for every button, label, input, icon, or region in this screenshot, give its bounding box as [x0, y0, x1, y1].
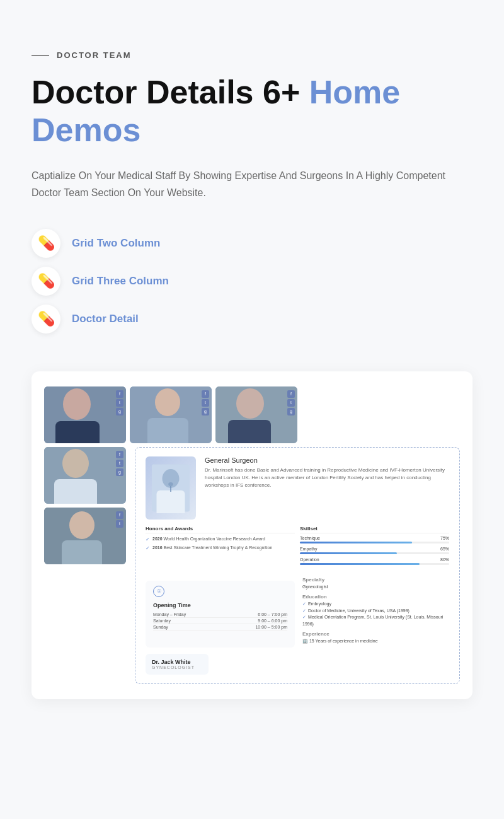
grid-two-icon: 💊 [32, 229, 60, 258]
doctor-name: Dr. Jack White [152, 659, 202, 665]
grid-three-label: Grid Three Column [72, 275, 169, 288]
title-black: Doctor Details 6+ [32, 74, 300, 110]
main-title: Doctor Details 6+ Home Demos [32, 74, 472, 149]
opening-title: Opening Time [153, 602, 287, 608]
doctor-bio: Dr. Marinsoft has done Basic and Advance… [205, 467, 449, 489]
bottom-row: ① Opening Time Monday – Friday 6:00 – 7:… [146, 574, 449, 648]
education-value: ✓Embryology ✓Doctor of Medicine, Univers… [302, 601, 447, 627]
preview-box: ftg ftg ftg [32, 371, 472, 699]
feature-doctor-detail[interactable]: 💊 Doctor Detail [32, 305, 472, 334]
svg-rect-14 [62, 540, 102, 564]
svg-point-18 [168, 482, 173, 486]
detail-card: General Surgeon Dr. Marinsoft has done B… [135, 447, 460, 684]
svg-rect-2 [55, 421, 100, 443]
honors-section: Honors and Awards ✓ 2020 World Health Or… [146, 526, 295, 568]
svg-point-1 [63, 388, 91, 420]
skill-technique: Technique 75% [300, 536, 449, 543]
education-block: Education ✓Embryology ✓Doctor of Medicin… [302, 594, 447, 627]
doctor-thumb-3: ftg [215, 386, 297, 443]
feature-grid-three[interactable]: 💊 Grid Three Column [32, 267, 472, 296]
thumb-4-social: ftg [116, 451, 123, 476]
education-label: Education [302, 594, 447, 600]
specialty-value: Gynecologist [302, 584, 447, 591]
doctor-thumb-5: ft [44, 508, 126, 564]
svg-rect-11 [54, 479, 97, 504]
opening-row-3: Sunday 10:00 – 5:00 pm [153, 624, 287, 630]
doctor-thumb-2: ftg [130, 386, 212, 443]
svg-point-10 [62, 449, 89, 478]
skillset-title: Skillset [300, 526, 449, 533]
award-2-text: 2016 Best Skincare Treatment Winning Tro… [152, 545, 272, 551]
description-text: Captialize On Your Medical Staff By Show… [32, 167, 447, 201]
grid-three-icon: 💊 [32, 267, 60, 296]
award-1-text: 2020 World Health Organization Vaccine R… [152, 536, 265, 542]
svg-point-7 [236, 388, 264, 419]
skill-operation: Operation 80% [300, 557, 449, 565]
section-label: DOCTOR TEAM [32, 50, 472, 60]
doctor-photo [146, 456, 196, 520]
svg-rect-5 [147, 418, 188, 443]
opening-row-1: Monday – Friday 6:00 – 7:00 pm [153, 612, 287, 618]
thumb-3-social: ftg [287, 390, 295, 415]
svg-point-13 [69, 511, 94, 539]
honors-title: Honors and Awards [146, 526, 295, 533]
feature-grid-two[interactable]: 💊 Grid Two Column [32, 229, 472, 258]
opening-badge: ① [153, 586, 164, 597]
svg-rect-17 [157, 491, 185, 513]
award-1: ✓ 2020 World Health Organization Vaccine… [146, 536, 295, 542]
doctor-grid-top: ftg ftg ftg [44, 386, 460, 443]
label-line [32, 55, 49, 56]
doctor-thumb-4: ftg [44, 447, 126, 504]
experience-block: Experience 🏢 15 Years of experience in m… [302, 631, 447, 645]
detail-sections: Honors and Awards ✓ 2020 World Health Or… [146, 526, 449, 568]
thumb-2-social: ftg [202, 390, 209, 415]
doctor-detail-icon: 💊 [32, 305, 60, 334]
experience-value: 🏢 15 Years of experience in medicine [302, 638, 447, 645]
specialty-block: Specialty Gynecologist [302, 577, 447, 591]
skillset-section: Skillset Technique 75% Empathy 65% [300, 526, 449, 568]
doctor-name-card: Dr. Jack White GYNECOLOGIST [146, 654, 209, 675]
svg-point-4 [155, 388, 180, 416]
doctor-info: General Surgeon Dr. Marinsoft has done B… [205, 456, 449, 520]
skill-empathy: Empathy 65% [300, 547, 449, 554]
doctor-thumb-1: ftg [44, 386, 126, 443]
specialty-label: Specialty [302, 577, 447, 583]
grid-two-label: Grid Two Column [72, 237, 160, 250]
info-section: Specialty Gynecologist Education ✓Embryo… [300, 574, 449, 648]
doctor-title: GYNECOLOGIST [152, 665, 202, 670]
thumb-1-social: ftg [116, 390, 123, 415]
svg-rect-8 [228, 420, 271, 443]
award-2: ✓ 2016 Best Skincare Treatment Winning T… [146, 545, 295, 551]
doctor-detail-label: Doctor Detail [72, 313, 139, 325]
doctor-thumbs-bottom: ftg ft [44, 447, 126, 564]
preview-bottom: ftg ft [44, 447, 460, 684]
detail-card-top: General Surgeon Dr. Marinsoft has done B… [146, 456, 449, 520]
section-label-text: DOCTOR TEAM [57, 50, 132, 60]
opening-section: ① Opening Time Monday – Friday 6:00 – 7:… [146, 581, 295, 648]
experience-label: Experience [302, 631, 447, 637]
feature-list: 💊 Grid Two Column 💊 Grid Three Column 💊 … [32, 229, 472, 334]
general-surgeon-label: General Surgeon [205, 456, 449, 464]
thumb-5-social: ft [116, 511, 123, 528]
opening-row-2: Saturday 9:00 – 6:00 pm [153, 618, 287, 624]
